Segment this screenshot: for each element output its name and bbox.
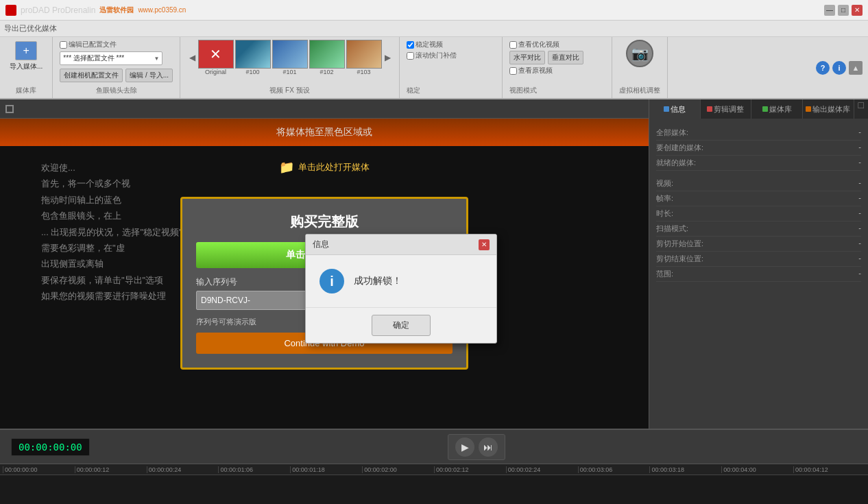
right-panel-maximize[interactable]: □ <box>854 99 868 119</box>
main-toolbar: 导出已优化媒体 + 导入媒体... 媒体库 编辑已配置文件 *** 选择配置文件… <box>0 21 868 99</box>
fx-thumb-103[interactable] <box>346 40 382 69</box>
instruction-line-5: 包含鱼眼镜头，在上 <box>41 208 191 224</box>
timeline-ruler: 00:00:00:00 00:00:00:12 00:00:00:24 00:0… <box>0 464 868 475</box>
ruler-mark-6: 00:00:02:12 <box>434 466 506 473</box>
optimize-checkbox[interactable] <box>509 41 517 49</box>
confirm-button[interactable]: 确定 <box>372 315 431 336</box>
instruction-line-11: 如果您的视频需要进行降噪处理 <box>41 288 191 304</box>
help-button[interactable]: ? <box>816 61 830 75</box>
config-file-dropdown[interactable]: *** 选择配置文件 *** ▼ <box>60 51 162 65</box>
label-cut-end: 剪切结束位置: <box>656 254 703 264</box>
ruler-mark-10: 00:00:04:00 <box>721 466 793 473</box>
fx-preset-103: #103 <box>346 40 382 75</box>
fx-label-100: #100 <box>246 69 260 75</box>
fx-thumb-100[interactable] <box>235 40 271 69</box>
info-close-button[interactable]: ✕ <box>479 239 490 250</box>
timecode-display: 00:00:00:00 <box>11 438 90 456</box>
info-row-video: 视频: - <box>656 176 861 191</box>
tab-dot-info <box>664 106 669 112</box>
fx-preset-100: #100 <box>235 40 271 75</box>
fx-thumb-original[interactable]: ✕ <box>198 40 234 69</box>
timeline-tracks[interactable] <box>0 475 868 504</box>
stabilize-section: 稳定视频 滚动快门补偿 稳定 <box>400 37 503 98</box>
main-layout: 将媒体拖至黑色区域或 📁 单击此处打开媒体 欢迎使... 首先，将一个或多个视 … <box>0 99 868 429</box>
edit-config-checkbox[interactable] <box>60 41 67 49</box>
info-icon: i <box>320 269 344 293</box>
import-section: + 导入媒体... 媒体库 <box>0 37 53 98</box>
close-button[interactable]: ✕ <box>852 5 863 16</box>
ruler-marks: 00:00:00:00 00:00:00:12 00:00:00:24 00:0… <box>3 466 865 473</box>
minimize-button[interactable]: — <box>824 5 835 16</box>
toolbar-nav: 导出已优化媒体 <box>0 21 868 37</box>
label-all-media: 全部媒体: <box>656 128 688 138</box>
value-duration: - <box>858 208 861 219</box>
vcam-icon[interactable]: 📷 <box>626 40 653 67</box>
app-title: proDAD ProDrenalin <box>21 5 95 15</box>
fx-thumb-102[interactable] <box>309 40 345 69</box>
ruler-mark-11: 00:00:04:12 <box>793 466 865 473</box>
import-media-button[interactable]: + 导入媒体... <box>7 40 45 73</box>
label-ready-media: 就绪的媒体: <box>656 158 696 168</box>
info-dialog: 信息 ✕ i 成功解锁！ 确定 <box>305 234 497 344</box>
nav-item-export[interactable]: 导出已优化媒体 <box>4 23 57 34</box>
tab-cut-adjust[interactable]: 剪辑调整 <box>701 99 752 119</box>
viewmode-label: 视图模式 <box>509 84 537 95</box>
tab-info[interactable]: 信息 <box>649 99 701 119</box>
fx-original: ✕ Original <box>198 40 234 75</box>
info-body: i 成功解锁！ <box>306 255 496 307</box>
update-button[interactable]: ▲ <box>849 61 863 75</box>
value-cut-start: - <box>858 239 861 249</box>
optimize-label: 查看优化视频 <box>518 40 559 49</box>
config-placeholder: *** 选择配置文件 *** <box>63 53 124 63</box>
fx-label-101: #101 <box>283 69 297 75</box>
info-row-create-media: 要创建的媒体: - <box>656 141 861 156</box>
water-h-button[interactable]: 水平对比 <box>509 51 545 64</box>
original-check: 查看原视频 <box>509 66 553 75</box>
ruler-mark-3: 00:00:01:06 <box>218 466 290 473</box>
tab-dot-cut <box>707 106 712 112</box>
instruction-line-8: 出现侧置或离轴 <box>41 256 191 272</box>
spacer-1 <box>656 171 861 176</box>
right-tabs: 信息 剪辑调整 媒体库 输出媒体库 □ <box>649 99 868 119</box>
import-config-button[interactable]: 编辑 / 导入... <box>125 69 173 82</box>
toolbar-actions: + 导入媒体... 媒体库 编辑已配置文件 *** 选择配置文件 *** ▼ 创… <box>0 37 868 98</box>
fx-prev-button[interactable]: ◀ <box>188 53 197 62</box>
fx-presets-label: 视频 FX 预设 <box>269 84 309 95</box>
original-checkbox[interactable] <box>509 67 517 75</box>
label-framerate: 帧率: <box>656 193 673 204</box>
watermark-url: www.pc0359.cn <box>138 6 186 14</box>
media-lib-label: 媒体库 <box>16 84 36 95</box>
ruler-mark-0: 00:00:00:00 <box>3 466 75 473</box>
fx-original-label: Original <box>205 69 226 75</box>
tab-export[interactable]: 输出媒体库 <box>803 99 854 119</box>
fx-thumb-101[interactable] <box>272 40 308 69</box>
play-button[interactable]: ▶ <box>455 437 474 457</box>
tab-media-lib[interactable]: 媒体库 <box>751 99 803 119</box>
instruction-line-6: ... 出现摇晃的状况，选择"稳定视频"相 <box>41 224 191 240</box>
info-row-range: 范围: - <box>656 267 861 282</box>
maximize-button[interactable]: □ <box>838 5 849 16</box>
fx-label-102: #102 <box>320 69 334 75</box>
create-config-button[interactable]: 创建相机配置文件 <box>60 69 123 82</box>
water-v-button[interactable]: 垂直对比 <box>548 51 583 64</box>
tab-export-label: 输出媒体库 <box>812 104 850 115</box>
label-range: 范围: <box>656 269 673 279</box>
open-media-button[interactable]: 📁 单击此处打开媒体 <box>279 160 370 175</box>
app-logo <box>5 5 16 16</box>
fx-next-button[interactable]: ▶ <box>383 53 392 62</box>
ruler-mark-1: 00:00:00:12 <box>75 466 147 473</box>
rolling-shutter-checkbox[interactable] <box>407 52 414 60</box>
info-row-cut-start: 剪切开始位置: - <box>656 237 861 252</box>
next-frame-button[interactable]: ⏭ <box>479 437 498 457</box>
watermark-site: 迅雷软件园 <box>99 5 134 15</box>
vcam-section: 📷 虚拟相机调整 <box>612 37 668 98</box>
edit-config-label: 编辑已配置文件 <box>69 40 117 49</box>
info-row-cut-end: 剪切结束位置: - <box>656 252 861 267</box>
rolling-shutter-check: 滚动快门补偿 <box>407 51 457 60</box>
fx-presets-section: ◀ ✕ Original #100 #101 #102 <box>180 37 400 98</box>
stabilize-checkbox[interactable] <box>407 41 414 49</box>
panel-border-icon <box>5 105 14 113</box>
fx-label-103: #103 <box>357 69 371 75</box>
instruction-line-10: 要保存视频，请单击"导出"选项 <box>41 272 191 288</box>
info-help-button[interactable]: i <box>832 61 846 75</box>
